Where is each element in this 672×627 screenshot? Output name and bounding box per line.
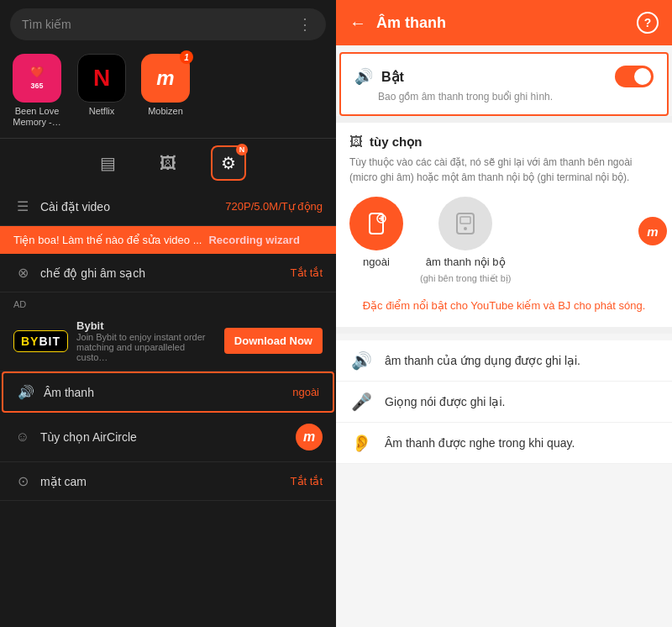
mat-cam-label: mặt cam [40, 475, 87, 488]
ad-subtitle: Join Bybit to enjoy instant order matchi… [76, 332, 216, 362]
feature-mic-icon: 🎤 [349, 392, 373, 412]
bat-section: 🔊 Bật Bao gồm âm thanh trong buổi ghi hì… [339, 52, 669, 116]
choice-noi-bo-label: âm thanh nội bộ [426, 256, 506, 268]
ghi-am-label: chế độ ghi âm sạch [40, 266, 145, 280]
feature-item-3: 👂 Âm thanh được nghe trong khi quay. [336, 423, 672, 464]
netflix-label: Netflix [89, 106, 115, 117]
search-placeholder: Tìm kiếm [22, 18, 71, 31]
toolbar-icons: ▤ 🖼 ⚙ N [0, 138, 336, 187]
choice-ngoai-icon [349, 197, 403, 250]
internal-sound-icon [452, 210, 479, 237]
app-icons-row: ❤️365 Been Love Memory -… N Netflix m 1 … [0, 47, 336, 138]
feature-sound-icon: 🔊 [349, 350, 373, 371]
video-settings-label: Cài đặt video [40, 200, 110, 213]
mat-cam-icon: ⊙ [13, 473, 32, 489]
am-thanh-icon: 🔊 [17, 384, 35, 400]
feature-list: 🔊 âm thanh của ứng dụng được ghi lại. 🎤 … [336, 340, 672, 464]
svg-rect-5 [460, 217, 470, 224]
menu-item-am-thanh[interactable]: 🔊 Âm thanh ngoài [2, 371, 334, 413]
app-item-beenlove[interactable]: ❤️365 Been Love Memory -… [12, 54, 62, 128]
recording-wizard-label: Recording wizard [208, 234, 299, 246]
section-divider-1 [336, 116, 672, 123]
gear-badge: N [236, 144, 248, 155]
toggle-row: 🔊 Bật [354, 66, 654, 87]
aircircle-label: Tùy chọn AirCircle [40, 430, 137, 444]
promo-banner[interactable]: Tiện boa! Làm thế nào để sửa video ... R… [0, 226, 336, 254]
download-button[interactable]: Download Now [224, 328, 323, 354]
am-thanh-value: ngoài [292, 386, 319, 398]
video-settings-icon: ☰ [13, 198, 32, 214]
mobizen-label: Mobizen [148, 106, 183, 117]
menu-item-ghi-am[interactable]: ⊗ chế độ ghi âm sạch Tắt tắt [0, 254, 336, 292]
bat-title: Bật [381, 69, 404, 85]
choice-ngoai[interactable]: ngoài [349, 197, 403, 284]
feature-text-2: Giọng nói được ghi lại. [385, 395, 505, 408]
tuy-chon-icon: 🖼 [349, 134, 363, 150]
ghi-am-value: Tắt tắt [291, 266, 323, 279]
ad-title: Bybit [76, 319, 216, 332]
promo-text-youtube: Đặc điểm nổi bật cho YouTube kiếm và BJ … [349, 292, 659, 315]
feature-ear-icon: 👂 [349, 433, 373, 453]
bat-speaker-icon: 🔊 [354, 67, 373, 86]
right-panel: ← Âm thanh ? 🔊 Bật Bao gồm âm thanh tron… [336, 0, 672, 627]
mobizen-logo-overlay: m [638, 217, 667, 245]
settings-icon[interactable]: ⚙ N [211, 145, 246, 181]
menu-item-video-settings[interactable]: ☰ Cài đặt video 720P/5.0M/Tự động [0, 187, 336, 226]
promo-text: Tiện boa! Làm thế nào để sửa video ... [13, 234, 202, 246]
app-item-netflix[interactable]: N Netflix [77, 54, 126, 117]
right-header: ← Âm thanh ? [336, 0, 672, 45]
choice-noi-bo[interactable]: âm thanh nội bộ (ghi bên trong thiết bị) [420, 197, 511, 284]
svg-point-6 [464, 227, 467, 230]
bat-toggle[interactable] [615, 66, 654, 87]
tuy-chon-desc: Tùy thuộc vào các cài đặt, nó sẽ ghi lại… [349, 155, 659, 185]
left-panel: Tìm kiếm ⋮ ❤️365 Been Love Memory -… N N… [0, 0, 336, 627]
choice-ngoai-label: ngoài [363, 256, 390, 268]
right-header-title: Âm thanh [376, 14, 446, 32]
aircircle-mobizen-logo: m [296, 424, 323, 450]
bat-desc: Bao gồm âm thanh trong buổi ghi hình. [354, 91, 654, 103]
phone-sound-icon [363, 210, 390, 237]
bybit-logo: BYBIT [13, 330, 68, 352]
menu-dots-icon[interactable]: ⋮ [297, 15, 314, 34]
netflix-icon: N [77, 54, 126, 103]
image-icon[interactable]: 🖼 [150, 145, 186, 181]
menu-item-aircircle[interactable]: ☺ Tùy chọn AirCircle m [0, 413, 336, 462]
feature-item-1: 🔊 âm thanh của ứng dụng được ghi lại. [336, 340, 672, 382]
choice-noi-bo-sub: (ghi bên trong thiết bị) [420, 273, 511, 284]
feature-text-3: Âm thanh được nghe trong khi quay. [385, 436, 575, 450]
ghi-am-icon: ⊗ [13, 265, 32, 281]
back-arrow-icon[interactable]: ← [349, 13, 366, 33]
option-choices: ngoài âm thanh nội bộ (ghi bên trong thi… [349, 197, 659, 284]
beenlove-icon: ❤️365 [13, 54, 61, 103]
beenlove-label: Been Love Memory -… [12, 106, 62, 128]
mobizen-badge: 1 [180, 50, 193, 64]
feature-text-1: âm thanh của ứng dụng được ghi lại. [385, 354, 580, 367]
app-item-mobizen[interactable]: m 1 Mobizen [141, 54, 190, 117]
choice-noi-bo-icon [438, 197, 492, 250]
tuy-chon-title: tùy chọn [370, 134, 422, 150]
help-icon[interactable]: ? [637, 12, 659, 34]
menu-list: ☰ Cài đặt video 720P/5.0M/Tự động Tiện b… [0, 187, 336, 627]
search-bar[interactable]: Tìm kiếm ⋮ [10, 8, 326, 40]
section-divider-2 [336, 327, 672, 334]
feature-item-2: 🎤 Giọng nói được ghi lại. [336, 382, 672, 423]
film-icon[interactable]: ▤ [90, 145, 125, 181]
video-settings-value: 720P/5.0M/Tự động [225, 200, 323, 213]
aircircle-icon: ☺ [13, 429, 32, 445]
ad-banner[interactable]: BYBIT Bybit Join Bybit to enjoy instant … [0, 311, 336, 371]
mobizen-icon: m 1 [141, 54, 190, 103]
mat-cam-value: Tắt tắt [291, 475, 323, 487]
menu-item-mat-cam[interactable]: ⊙ mặt cam Tắt tắt [0, 462, 336, 501]
ad-label: AD [13, 299, 26, 309]
tuy-chon-section: 🖼 tùy chọn Tùy thuộc vào các cài đặt, nó… [336, 123, 672, 327]
am-thanh-label: Âm thanh [44, 386, 94, 399]
